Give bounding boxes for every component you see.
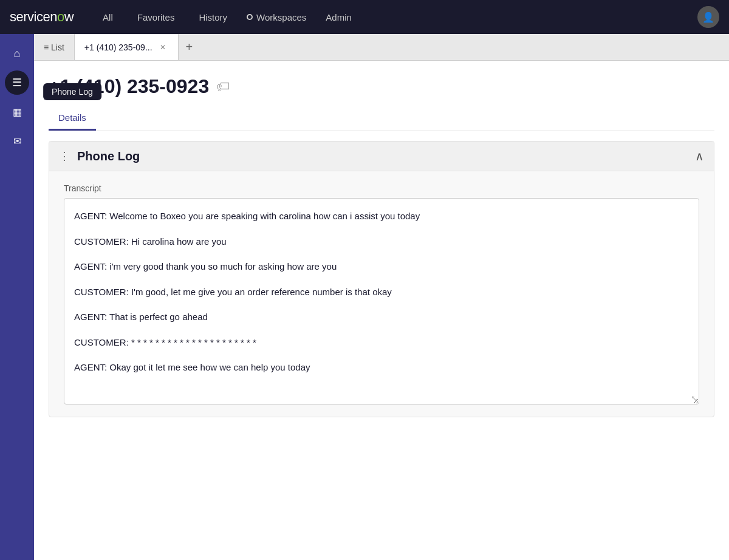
sidebar-menu[interactable]: ☰ — [5, 70, 29, 95]
tab-list[interactable]: ≡ List — [34, 34, 75, 60]
page-title: +1 (410) 235-0923 — [49, 75, 209, 98]
transcript-line-4: CUSTOMER: I'm good, let me give you an o… — [74, 284, 689, 300]
logo-text: servicenow — [10, 9, 74, 25]
section-title: Phone Log — [77, 149, 140, 163]
nav-workspaces-label: Workspaces — [256, 12, 306, 22]
workspaces-dot-icon — [247, 14, 253, 20]
tab-bar: ≡ List +1 (410) 235-09... ✕ + — [34, 34, 729, 61]
nav-all[interactable]: All — [98, 10, 118, 25]
logo[interactable]: servicenow — [10, 9, 74, 25]
tab-phone[interactable]: +1 (410) 235-09... ✕ — [75, 34, 179, 60]
page-content: +1 (410) 235-0923 🏷 Details Phone Log ⋮ … — [34, 61, 729, 560]
transcript-line-7: AGENT: Okay got it let me see how we can… — [74, 360, 689, 375]
transcript-line-1: AGENT: Welcome to Boxeo you are speaking… — [74, 208, 689, 224]
section-menu-icon[interactable]: ⋮ — [59, 149, 70, 163]
transcript-line-5: AGENT: That is perfect go ahead — [74, 309, 689, 325]
nav-history[interactable]: History — [194, 10, 232, 25]
tab-close-icon[interactable]: ✕ — [157, 42, 168, 53]
section-body: Transcript AGENT: Welcome to Boxeo you a… — [49, 171, 714, 417]
tab-details[interactable]: Details — [49, 108, 96, 131]
details-tab-bar: Details Phone Log — [49, 108, 714, 131]
sidebar: ⌂ ☰ ▦ ✉ — [0, 34, 34, 560]
transcript-line-2: CUSTOMER: Hi carolina how are you — [74, 234, 689, 250]
sidebar-inbox[interactable]: ✉ — [5, 129, 29, 153]
page-header: +1 (410) 235-0923 🏷 — [49, 75, 714, 98]
section-header: ⋮ Phone Log ∧ — [49, 142, 714, 171]
transcript-box[interactable]: AGENT: Welcome to Boxeo you are speaking… — [64, 198, 699, 405]
tab-add-button[interactable]: + — [179, 34, 200, 60]
phone-tab-label: +1 (410) 235-09... — [84, 43, 152, 52]
nav-workspaces[interactable]: Workspaces — [247, 12, 306, 22]
nav-admin[interactable]: Admin — [321, 10, 357, 25]
section-collapse-button[interactable]: ∧ — [695, 149, 704, 163]
transcript-wrapper: AGENT: Welcome to Boxeo you are speaking… — [64, 198, 699, 405]
sidebar-grid[interactable]: ▦ — [5, 100, 29, 124]
transcript-line-6: CUSTOMER: * * * * * * * * * * * * * * * … — [74, 335, 689, 350]
transcript-label: Transcript — [64, 183, 699, 193]
add-tab-icon: + — [186, 40, 193, 54]
section-header-left: ⋮ Phone Log — [59, 149, 140, 163]
user-avatar[interactable]: 👤 — [697, 6, 719, 28]
app-layout: ⌂ ☰ ▦ ✉ ≡ List +1 (410) 235-09... ✕ + +1… — [0, 34, 729, 560]
sidebar-home[interactable]: ⌂ — [5, 41, 29, 66]
tag-icon[interactable]: 🏷 — [216, 79, 230, 95]
tooltip-container: Details Phone Log — [49, 108, 96, 131]
phone-log-section: ⋮ Phone Log ∧ Transcript AGENT: Welcome … — [49, 141, 714, 417]
nav-favorites[interactable]: Favorites — [132, 10, 180, 25]
transcript-line-3: AGENT: i'm very good thank you so much f… — [74, 259, 689, 275]
top-nav: servicenow All Favorites History Workspa… — [0, 0, 729, 34]
list-tab-label: ≡ List — [44, 43, 64, 52]
main-content: ≡ List +1 (410) 235-09... ✕ + +1 (410) 2… — [34, 34, 729, 560]
